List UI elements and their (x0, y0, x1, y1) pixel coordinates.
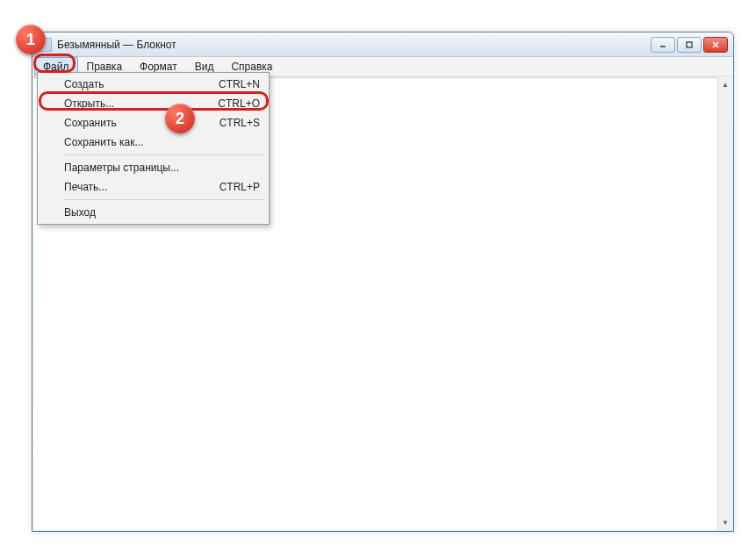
menu-item-print[interactable]: Печать... CTRL+P (40, 177, 267, 197)
menu-item-label: Выход (64, 206, 260, 219)
window-controls (651, 37, 728, 53)
vertical-scrollbar[interactable]: ▲ ▼ (717, 77, 732, 530)
menu-item-shortcut: CTRL+P (220, 181, 260, 193)
menu-item-label: Создать (64, 78, 219, 90)
file-menu-dropdown: Создать CTRL+N Открыть... CTRL+O Сохрани… (37, 72, 270, 225)
menu-item-label: Сохранить как... (64, 136, 260, 148)
menu-item-save-as[interactable]: Сохранить как... (40, 133, 267, 152)
minimize-button[interactable] (651, 37, 675, 53)
menu-separator (64, 199, 265, 200)
annotation-step-2: 2 (165, 104, 195, 133)
menu-item-label: Открыть... (64, 97, 218, 110)
annotation-step-1: 1 (16, 25, 46, 54)
menu-item-new[interactable]: Создать CTRL+N (40, 75, 267, 94)
svg-rect-1 (687, 42, 692, 47)
menu-separator (64, 154, 265, 155)
menu-item-shortcut: CTRL+O (218, 97, 260, 110)
menu-item-open[interactable]: Открыть... CTRL+O (40, 94, 267, 113)
menu-item-label: Печать... (64, 181, 220, 193)
maximize-button[interactable] (677, 37, 702, 53)
titlebar[interactable]: Безымянный — Блокнот (32, 32, 733, 57)
close-button[interactable] (703, 37, 728, 53)
menu-item-page-setup[interactable]: Параметры страницы... (40, 158, 267, 177)
scroll-down-icon[interactable]: ▼ (718, 515, 732, 530)
menu-item-label: Параметры страницы... (64, 162, 260, 174)
menu-item-shortcut: CTRL+N (219, 78, 260, 90)
scroll-up-icon[interactable]: ▲ (718, 77, 732, 92)
menu-item-label: Сохранить (64, 117, 220, 129)
menu-item-save[interactable]: Сохранить CTRL+S (40, 113, 267, 133)
menu-item-exit[interactable]: Выход (40, 203, 267, 222)
window-title: Безымянный — Блокнот (57, 39, 651, 51)
menu-item-shortcut: CTRL+S (220, 117, 260, 129)
